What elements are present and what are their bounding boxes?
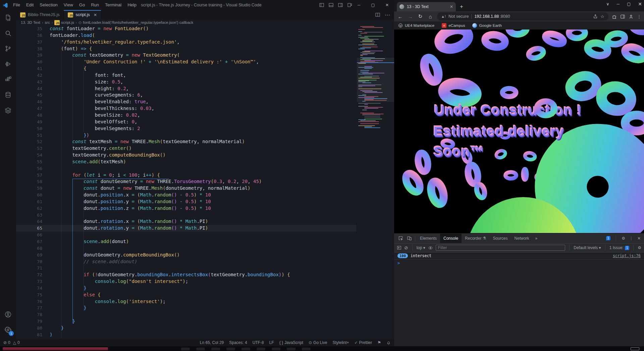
devtools-tab-recorder[interactable]: Recorder ⚗ <box>462 234 489 243</box>
code-line[interactable]: 46 bevelEnabled: true, <box>16 99 394 105</box>
devtools-tab-console[interactable]: Console <box>440 234 462 243</box>
code-line[interactable]: 37 '/fonts/helvetiker_regular.typeface.j… <box>16 39 394 46</box>
devtools-menu-icon[interactable]: ⋮ <box>629 236 633 241</box>
code-line[interactable]: 78 <box>16 311 394 318</box>
tab-close-icon[interactable]: ✕ <box>450 4 453 9</box>
database-icon[interactable] <box>0 87 16 103</box>
maximize-button[interactable]: ▢ <box>627 2 631 6</box>
taskbar-app-icon[interactable] <box>257 348 265 350</box>
code-line[interactable]: 62 donut.position.z = (Math.random() - 0… <box>16 205 394 212</box>
bookmark-star-icon[interactable]: ☆ <box>600 14 604 19</box>
threejs-canvas[interactable]: Under Construction !Estimated deliverySo… <box>394 30 644 233</box>
devtools-settings-icon[interactable]: ⚙ <box>622 236 625 241</box>
taskbar-app-icon[interactable] <box>241 348 250 350</box>
new-tab-button[interactable]: + <box>460 3 463 10</box>
code-line[interactable]: 81) <box>16 332 394 338</box>
settings-icon[interactable]: 1 <box>0 322 16 338</box>
code-line[interactable]: 60 donut.position.x = (Math.random() - 0… <box>16 192 394 198</box>
tab-close-icon[interactable]: ✕ <box>92 12 97 17</box>
code-line[interactable]: 74 } <box>16 285 394 292</box>
customize-layout-icon[interactable] <box>347 3 352 7</box>
live-expression-eye-icon[interactable] <box>428 245 433 250</box>
console-prompt[interactable]: > <box>394 259 644 267</box>
code-line[interactable]: 55 scene.add(textMesh) <box>16 159 394 165</box>
code-line[interactable]: 39 const textGeometry = new TextGeometry… <box>16 52 394 59</box>
taskbar-app-icon[interactable] <box>196 348 205 350</box>
code-line[interactable]: 56 <box>16 165 394 172</box>
code-line[interactable]: 49 bevelOffset: 0, <box>16 119 394 125</box>
code-line[interactable]: 43 size: 0.5, <box>16 79 394 85</box>
code-line[interactable]: 58 const donutGeometry = new THREE.Torus… <box>16 178 394 185</box>
code-line[interactable]: 54 textGeometry.computeBoundingBox() <box>16 152 394 159</box>
status-item-javascript[interactable]: { }JavaScript <box>279 340 303 345</box>
code-line[interactable]: 64 donut.rotation.x = (Math.random() * M… <box>16 218 394 225</box>
code-line[interactable]: 53 textGeometry.center() <box>16 145 394 152</box>
search-icon[interactable] <box>0 25 16 41</box>
devtools-tab-sources[interactable]: Sources <box>490 234 511 243</box>
issues-counter[interactable]: 1 Issue:1 <box>609 245 630 250</box>
side-panel-icon[interactable] <box>620 14 625 19</box>
code-line[interactable]: 59 const donut = new THREE.Mesh(donutGeo… <box>16 185 394 192</box>
code-line[interactable]: 70 // scene.add(donut) <box>16 258 394 265</box>
editor-tab-Biblio-ThreeJS.js[interactable]: JSBiblio-ThreeJS.js <box>16 10 64 19</box>
taskbar-app-icon[interactable] <box>272 348 280 350</box>
run-debug-icon[interactable] <box>0 56 16 72</box>
console-source-link[interactable]: script.js:76 <box>613 253 641 258</box>
toggle-secondary-sidebar-icon[interactable] <box>338 3 343 7</box>
code-line[interactable]: 72 if (!donutGeometry.boundingBox.inters… <box>16 272 394 278</box>
console-settings-icon[interactable]: ⚙ <box>638 245 641 250</box>
minimize-button[interactable]: ─ <box>616 2 620 6</box>
breadcrumb-item[interactable]: script.js <box>61 20 74 24</box>
taskbar-app-icon[interactable] <box>302 348 311 350</box>
devtools-tab-elements[interactable]: Elements <box>417 234 440 243</box>
code-line[interactable]: 57 for (let i = 0; i < 100; i++) { <box>16 172 394 179</box>
code-line[interactable]: 50 bevelSegments: 2 <box>16 125 394 132</box>
console-sidebar-icon[interactable] <box>397 245 401 250</box>
breadcrumb-item[interactable]: fontLoader.load('/fonts/helvetiker_regul… <box>83 20 193 24</box>
explorer-icon[interactable] <box>0 10 16 25</box>
code-line[interactable]: 42 font: font, <box>16 72 394 79</box>
code-line[interactable]: 36fontLoader.load( <box>16 32 394 39</box>
toggle-sidebar-icon[interactable] <box>319 3 324 7</box>
problems-status[interactable]: ⊘0 △0 <box>3 340 20 345</box>
close-button[interactable]: ✕ <box>638 1 642 7</box>
status-item-ln-65-col-29[interactable]: Ln 65, Col 29 <box>200 340 224 345</box>
browser-tab[interactable]: 13 - 3D Text ✕ <box>397 2 456 11</box>
code-line[interactable]: 41 { <box>16 65 394 72</box>
taskbar-active-app[interactable] <box>3 347 108 350</box>
code-line[interactable]: 52 const textMesh = new THREE.Mesh(textG… <box>16 138 394 145</box>
code-line[interactable]: 44 height: 0.2, <box>16 85 394 92</box>
status-item-stylelint-[interactable]: Stylelint+ <box>332 340 349 345</box>
code-line[interactable]: 79 } <box>16 318 394 325</box>
profile-avatar-icon[interactable] <box>629 14 634 19</box>
breadcrumb-item[interactable]: 13. 3D Text <box>21 20 40 24</box>
code-line[interactable]: 63 <box>16 212 394 219</box>
code-line[interactable]: 65 donut.rotation.y = (Math.random() * M… <box>16 225 394 232</box>
code-line[interactable]: 71 <box>16 265 394 272</box>
context-selector[interactable]: top ▾ <box>417 245 425 250</box>
more-actions-icon[interactable]: ⋯ <box>385 12 390 18</box>
clear-console-icon[interactable]: ⊘ <box>404 245 408 250</box>
taskbar-tray-item[interactable] <box>631 347 639 350</box>
editor-tab-script.js[interactable]: JSscript.js✕ <box>64 10 101 19</box>
taskbar-app-icon[interactable] <box>211 348 220 350</box>
layers-icon[interactable] <box>0 103 16 118</box>
devtools-close-icon[interactable]: ✕ <box>637 236 641 241</box>
maximize-button[interactable]: ▢ <box>366 0 380 10</box>
code-line[interactable]: 40 'Under Construction !' + '\nEstimated… <box>16 59 394 65</box>
code-line[interactable]: 51 }) <box>16 132 394 139</box>
code-line[interactable]: 77 } <box>16 305 394 311</box>
code-line[interactable]: 38 (font) => { <box>16 46 394 52</box>
account-icon[interactable] <box>0 307 16 322</box>
menu-item-view[interactable]: View <box>61 0 76 10</box>
menu-item-selection[interactable]: Selection <box>37 0 60 10</box>
address-bar[interactable]: ▲! Not secure 192.168.1.88:8080 ☆ <box>437 12 608 20</box>
code-line[interactable]: 48 bevelSize: 0.02, <box>16 112 394 119</box>
forward-button[interactable]: → <box>407 14 414 19</box>
menu-item-file[interactable]: File <box>10 0 23 10</box>
back-button[interactable]: ← <box>397 14 404 19</box>
bookmark-ecampus[interactable]: eeCampus <box>442 23 465 28</box>
source-control-icon[interactable] <box>0 41 16 56</box>
status-item-utf-8[interactable]: UTF-8 <box>253 340 264 345</box>
taskbar-app-icon[interactable] <box>226 348 235 350</box>
